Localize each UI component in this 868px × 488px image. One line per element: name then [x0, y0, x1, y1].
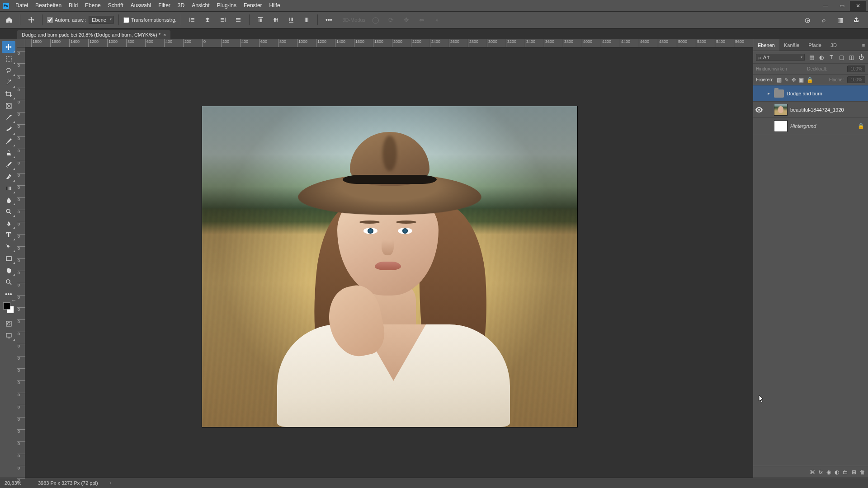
more-options-icon[interactable]: •••: [322, 14, 335, 26]
ruler-horizontal[interactable]: 1800160014001200100080060040020002004006…: [17, 39, 753, 47]
tab-3d[interactable]: 3D: [826, 39, 841, 51]
visibility-toggle[interactable]: [755, 89, 763, 98]
lock-transparency-icon[interactable]: ▩: [777, 77, 782, 83]
move-tool-icon[interactable]: [25, 14, 38, 26]
foreground-color-swatch[interactable]: [3, 302, 10, 310]
tab-channels[interactable]: Kanäle: [779, 39, 804, 51]
share-icon[interactable]: [850, 14, 863, 26]
expand-toggle-icon[interactable]: ▸: [766, 91, 771, 96]
lock-icon[interactable]: 🔒: [858, 123, 866, 129]
layer-thumbnail[interactable]: [774, 120, 788, 132]
distribute-h-icon[interactable]: [232, 14, 245, 26]
layer-filter-input[interactable]: [763, 55, 790, 60]
document-tab[interactable]: Dodge and burn.psdc bei 20,8% (Dodge and…: [17, 30, 170, 39]
fx-icon[interactable]: fx: [819, 469, 823, 475]
layer-image-beautiful[interactable]: beautiful-1844724_1920: [753, 102, 868, 118]
window-close-button[interactable]: ✕: [850, 1, 866, 11]
menu-schrift[interactable]: Schrift: [104, 0, 127, 11]
filter-shape-icon[interactable]: ▢: [837, 53, 845, 61]
menu-ebene[interactable]: Ebene: [81, 0, 104, 11]
visibility-toggle[interactable]: [755, 122, 763, 130]
rectangle-tool[interactable]: [2, 253, 15, 264]
align-vcenter-icon[interactable]: [269, 14, 282, 26]
pen-tool[interactable]: [2, 217, 15, 229]
filter-adjust-icon[interactable]: ◐: [817, 53, 826, 61]
brush-tool[interactable]: [2, 135, 15, 147]
dodge-tool[interactable]: [2, 206, 15, 217]
menu-ansicht[interactable]: Ansicht: [188, 0, 213, 11]
adjustment-layer-icon[interactable]: ◐: [835, 469, 839, 475]
path-selection-tool[interactable]: [2, 241, 15, 253]
zoom-tool[interactable]: [2, 276, 15, 288]
delete-layer-icon[interactable]: 🗑: [860, 469, 865, 475]
layer-name[interactable]: beautiful-1844724_1920: [790, 107, 844, 113]
blur-tool[interactable]: [2, 194, 15, 206]
opacity-value[interactable]: 100%: [847, 66, 865, 72]
layer-thumbnail[interactable]: [774, 104, 788, 116]
panel-menu-icon[interactable]: ≡: [859, 42, 868, 48]
filter-type-icon[interactable]: T: [827, 53, 835, 61]
filter-toggle-icon[interactable]: ⏻: [857, 53, 865, 61]
menu-bearbeiten[interactable]: Bearbeiten: [32, 0, 65, 11]
search-icon[interactable]: ⌕: [817, 14, 830, 26]
frame-tool[interactable]: [2, 100, 15, 112]
menu-datei[interactable]: Datei: [12, 0, 32, 11]
transform-controls-input[interactable]: [123, 17, 129, 23]
align-left-icon[interactable]: [186, 14, 198, 26]
menu-auswahl[interactable]: Auswahl: [127, 0, 155, 11]
layer-filter-dropdown[interactable]: ⌕: [756, 54, 805, 61]
move-tool[interactable]: [2, 41, 15, 53]
home-button[interactable]: [3, 14, 15, 26]
transform-controls-checkbox[interactable]: Transformationsstrg.: [123, 17, 176, 23]
close-document-icon[interactable]: ×: [163, 32, 166, 38]
menu-fenster[interactable]: Fenster: [240, 0, 266, 11]
history-brush-tool[interactable]: [2, 159, 15, 170]
lock-artboard-icon[interactable]: ▣: [799, 77, 804, 83]
magic-wand-tool[interactable]: [2, 76, 15, 88]
lock-pixels-icon[interactable]: ✎: [784, 77, 789, 83]
lock-all-icon[interactable]: 🔒: [807, 77, 813, 83]
gradient-tool[interactable]: [2, 182, 15, 194]
menu-hilfe[interactable]: Hilfe: [266, 0, 284, 11]
align-hcenter-icon[interactable]: [201, 14, 214, 26]
healing-brush-tool[interactable]: [2, 123, 15, 135]
screen-mode-icon[interactable]: [2, 329, 15, 341]
menu-filter[interactable]: Filter: [155, 0, 174, 11]
new-layer-icon[interactable]: ⊞: [852, 469, 856, 475]
ruler-origin[interactable]: [17, 39, 25, 47]
menu-3d[interactable]: 3D: [174, 0, 188, 11]
type-tool[interactable]: T: [2, 229, 15, 241]
filter-smart-icon[interactable]: ◫: [847, 53, 855, 61]
fill-value[interactable]: 100%: [847, 76, 865, 83]
doc-info[interactable]: 3983 Px x 3273 Px (72 ppi): [38, 480, 98, 486]
align-right-icon[interactable]: [217, 14, 229, 26]
status-caret-icon[interactable]: 〉: [109, 480, 114, 487]
add-mask-icon[interactable]: ◉: [826, 469, 831, 475]
artboard[interactable]: [202, 106, 577, 427]
eyedropper-tool[interactable]: [2, 112, 15, 123]
auto-select-input[interactable]: [47, 17, 53, 23]
filter-pixel-icon[interactable]: ▦: [807, 53, 816, 61]
window-restore-button[interactable]: ▭: [834, 1, 850, 11]
canvas-viewport[interactable]: [25, 47, 753, 478]
layer-group-dodge-and-burn[interactable]: ▸ Dodge and burn: [753, 85, 868, 102]
new-group-icon[interactable]: 🗀: [843, 469, 848, 475]
visibility-toggle[interactable]: [755, 106, 763, 114]
menu-bild[interactable]: Bild: [65, 0, 81, 11]
window-minimize-button[interactable]: —: [817, 1, 834, 11]
distribute-v-icon[interactable]: [300, 14, 313, 26]
cloud-docs-icon[interactable]: ◶: [801, 14, 814, 26]
align-bottom-icon[interactable]: [285, 14, 297, 26]
lock-position-icon[interactable]: ✥: [792, 77, 796, 83]
ruler-vertical[interactable]: 000000000000000000000000000000000000: [17, 47, 25, 478]
layer-name[interactable]: Hintergrund: [790, 123, 816, 129]
blend-mode-dropdown[interactable]: Hindurchwirken: [756, 66, 787, 71]
tab-layers[interactable]: Ebenen: [753, 39, 779, 51]
link-layers-icon[interactable]: ⌘: [810, 469, 815, 475]
crop-tool[interactable]: [2, 88, 15, 100]
marquee-tool[interactable]: [2, 53, 15, 65]
menu-plugins[interactable]: Plug-ins: [213, 0, 240, 11]
eraser-tool[interactable]: [2, 170, 15, 182]
tab-paths[interactable]: Pfade: [804, 39, 826, 51]
lasso-tool[interactable]: [2, 65, 15, 76]
